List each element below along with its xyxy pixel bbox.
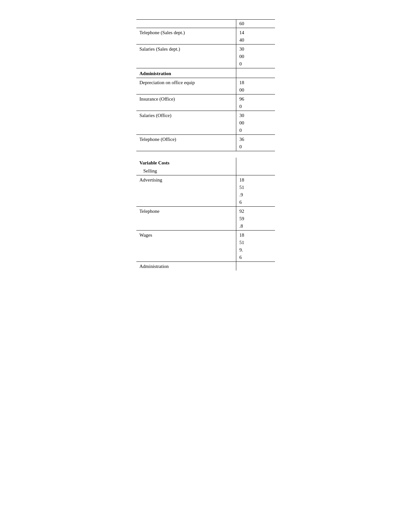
section-header-value [236, 158, 275, 167]
row-label: Wages [136, 230, 236, 239]
row-value: 18 [236, 175, 275, 184]
row-value: 59 [236, 215, 275, 223]
row-value [236, 261, 275, 271]
row-label: Salaries (Office) [136, 111, 236, 120]
row-label [136, 61, 236, 68]
row-label: Administration [136, 261, 236, 271]
row-label [136, 247, 236, 254]
row-label [136, 254, 236, 262]
row-label [136, 53, 236, 61]
row-value: 14 [236, 28, 275, 37]
row-value: 00 [236, 87, 275, 94]
row-label [136, 120, 236, 127]
row-value: 6 [236, 199, 275, 207]
row-value: 0 [236, 143, 275, 151]
empty-label [136, 20, 236, 28]
sub-header-value [236, 167, 275, 175]
row-label: Telephone [136, 206, 236, 215]
row-label [136, 103, 236, 111]
row-value: 40 [236, 37, 275, 44]
row-value: 96 [236, 94, 275, 103]
row-value: 00 [236, 53, 275, 61]
row-label [136, 239, 236, 247]
row-value: 0 [236, 103, 275, 111]
row-value: 0 [236, 61, 275, 68]
row-label [136, 127, 236, 135]
row-value: .9 [236, 192, 275, 199]
row-value: 0 [236, 127, 275, 135]
row-value: 60 [236, 20, 275, 28]
row-value: 30 [236, 44, 275, 54]
row-value: 6 [236, 254, 275, 262]
row-label [136, 215, 236, 223]
main-table: 60 Telephone (Sales dept.) 14 40 Salarie… [136, 19, 275, 271]
section-header-value [236, 68, 275, 78]
row-value: 51 [236, 239, 275, 247]
row-label: Salaries (Sales dept.) [136, 44, 236, 54]
row-value: 30 [236, 111, 275, 120]
section-header-label: Administration [136, 68, 236, 78]
row-label [136, 199, 236, 207]
row-value: 92 [236, 206, 275, 215]
row-label [136, 223, 236, 231]
row-value: 18 [236, 230, 275, 239]
row-value: 18 [236, 78, 275, 87]
sub-header-label: Selling [136, 167, 236, 175]
row-label: Advertising [136, 175, 236, 184]
row-label: Telephone (Office) [136, 135, 236, 144]
section-header-label: Variable Costs [136, 158, 236, 167]
row-label [136, 184, 236, 192]
spacer-cell [136, 151, 275, 154]
row-label [136, 87, 236, 94]
financial-table: 60 Telephone (Sales dept.) 14 40 Salarie… [136, 19, 275, 271]
spacer-cell [136, 154, 275, 158]
row-label: Depreciation on office equip [136, 78, 236, 87]
row-value: 00 [236, 120, 275, 127]
row-label: Insurance (Office) [136, 94, 236, 103]
row-label: Telephone (Sales dept.) [136, 28, 236, 37]
row-value: .8 [236, 223, 275, 231]
row-label [136, 37, 236, 44]
row-label [136, 192, 236, 199]
row-label [136, 143, 236, 151]
row-value: 9. [236, 247, 275, 254]
row-value: 51 [236, 184, 275, 192]
row-value: 36 [236, 135, 275, 144]
